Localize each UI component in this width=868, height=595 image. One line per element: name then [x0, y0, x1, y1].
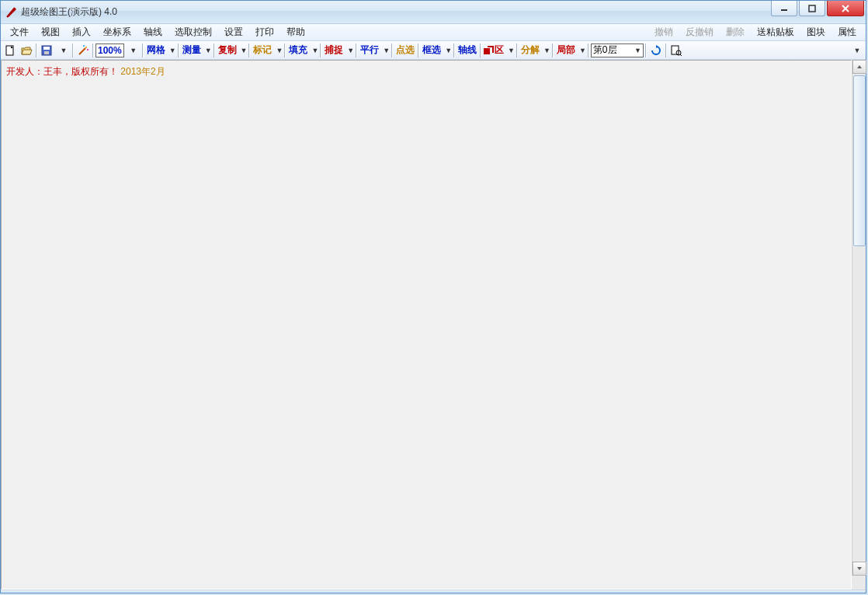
- menu-file[interactable]: 文件: [4, 24, 35, 40]
- toolbar: ▼ 100% ▼ 网格▼ 测量▼ 复制▼ 标记▼ 填充▼ 捕捉▼ 平行▼ 点选 …: [1, 41, 866, 60]
- tb-fill[interactable]: 填充: [287, 43, 309, 57]
- tb-copy-dd[interactable]: ▼: [241, 47, 248, 54]
- menu-select[interactable]: 选取控制: [168, 24, 218, 40]
- tb-local-dd[interactable]: ▼: [579, 47, 586, 54]
- minimize-button[interactable]: [771, 1, 797, 16]
- tb-grid[interactable]: 网格: [145, 43, 167, 57]
- zoom-input[interactable]: 100%: [95, 43, 124, 57]
- tb-snap-dd[interactable]: ▼: [347, 47, 354, 54]
- tb-mark[interactable]: 标记: [252, 43, 273, 57]
- open-icon[interactable]: [19, 43, 34, 58]
- tb-decomp-dd[interactable]: ▼: [543, 47, 550, 54]
- menu-block[interactable]: 图块: [800, 24, 832, 40]
- tb-copy[interactable]: 复制: [217, 43, 238, 57]
- scroll-thumb[interactable]: [853, 75, 866, 246]
- scroll-down-icon[interactable]: [852, 562, 866, 576]
- tb-local[interactable]: 局部: [555, 43, 577, 57]
- tb-measure-dd[interactable]: ▼: [205, 47, 212, 54]
- chevron-down-icon: ▼: [634, 47, 641, 54]
- scroll-up-icon[interactable]: [852, 60, 866, 74]
- tb-mark-dd[interactable]: ▼: [276, 47, 283, 54]
- app-icon: [5, 6, 18, 19]
- tb-measure[interactable]: 测量: [181, 43, 203, 57]
- menu-print[interactable]: 打印: [249, 24, 280, 40]
- tb-exit-dd[interactable]: ▼: [508, 47, 515, 54]
- tb-decomp[interactable]: 分解: [519, 43, 541, 57]
- separator: [142, 43, 144, 57]
- menu-delete[interactable]: 删除: [720, 24, 751, 40]
- svg-point-5: [85, 47, 87, 48]
- separator: [92, 43, 94, 57]
- refresh-icon[interactable]: [648, 43, 664, 58]
- menu-undo[interactable]: 撤销: [648, 24, 679, 40]
- tb-grid-dd[interactable]: ▼: [169, 47, 176, 54]
- menu-insert[interactable]: 插入: [66, 24, 97, 40]
- svg-rect-9: [672, 46, 679, 54]
- save-dropdown-icon[interactable]: ▼: [55, 43, 71, 58]
- svg-rect-3: [43, 47, 50, 50]
- vertical-scrollbar[interactable]: [852, 60, 866, 590]
- tb-box-dd[interactable]: ▼: [445, 47, 452, 54]
- tb-exit-icon: [483, 45, 494, 56]
- tb-exit[interactable]: 区: [493, 43, 505, 57]
- menu-clipboard[interactable]: 送粘贴板: [751, 24, 800, 40]
- app-window: 超级绘图王(演示版) 4.0 文件 视图 插入 坐标系 轴线 选取控制 设置 打…: [0, 0, 866, 593]
- menu-props[interactable]: 属性: [832, 24, 863, 40]
- separator: [36, 43, 37, 57]
- close-button[interactable]: [827, 1, 864, 16]
- svg-rect-4: [44, 51, 49, 54]
- menubar: 文件 视图 插入 坐标系 轴线 选取控制 设置 打印 帮助 撤销 反撤销 删除 …: [1, 24, 866, 41]
- svg-rect-8: [484, 48, 490, 54]
- tb-parallel[interactable]: 平行: [359, 43, 380, 57]
- window-title: 超级绘图王(演示版) 4.0: [21, 5, 117, 19]
- preview-icon[interactable]: [668, 43, 684, 58]
- menu-axis[interactable]: 轴线: [137, 24, 168, 40]
- menu-view[interactable]: 视图: [35, 24, 66, 40]
- menu-settings[interactable]: 设置: [218, 24, 249, 40]
- svg-rect-0: [809, 5, 815, 12]
- svg-point-6: [83, 45, 85, 47]
- client-area: 开发人：王丰，版权所有！ 2013年2月: [1, 60, 866, 590]
- canvas[interactable]: 开发人：王丰，版权所有！ 2013年2月: [1, 60, 852, 590]
- layer-select[interactable]: 第0层 ▼: [591, 43, 644, 57]
- toolbar-overflow-icon[interactable]: ▼: [849, 43, 864, 58]
- tb-fill-dd[interactable]: ▼: [311, 47, 318, 54]
- magic-icon[interactable]: [75, 43, 91, 58]
- new-icon[interactable]: [2, 43, 18, 58]
- menu-redo[interactable]: 反撤销: [679, 24, 720, 40]
- statusbar: [1, 590, 866, 593]
- zoom-dropdown-icon[interactable]: ▼: [125, 43, 141, 58]
- menu-coord[interactable]: 坐标系: [97, 24, 137, 40]
- titlebar[interactable]: 超级绘图王(演示版) 4.0: [1, 1, 866, 24]
- svg-point-7: [87, 49, 89, 50]
- save-icon[interactable]: [39, 43, 54, 58]
- tb-axis[interactable]: 轴线: [457, 43, 478, 57]
- developer-credit: 开发人：王丰，版权所有！ 2013年2月: [6, 66, 165, 77]
- tb-parallel-dd[interactable]: ▼: [383, 47, 390, 54]
- menu-help[interactable]: 帮助: [280, 24, 311, 40]
- maximize-button[interactable]: [799, 1, 825, 16]
- scroll-corner: [852, 576, 866, 590]
- tb-point[interactable]: 点选: [394, 43, 416, 57]
- separator: [72, 43, 74, 57]
- tb-box[interactable]: 框选: [421, 43, 443, 57]
- window-controls: [771, 1, 866, 16]
- tb-snap[interactable]: 捕捉: [323, 43, 345, 57]
